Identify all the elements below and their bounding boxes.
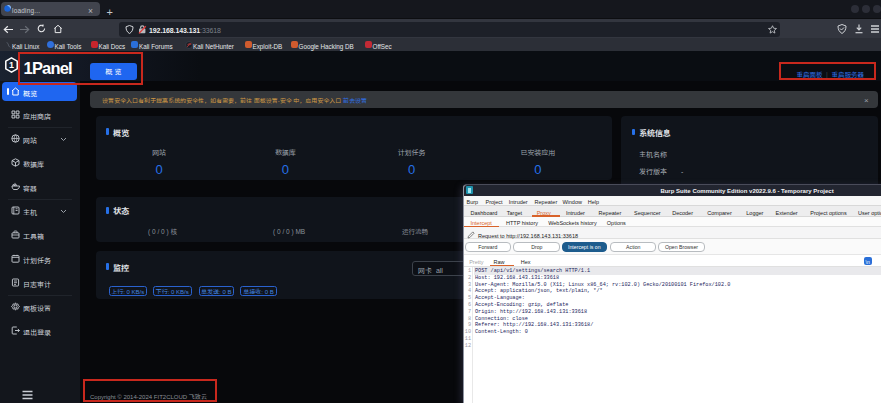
svg-text:1: 1 bbox=[9, 60, 14, 70]
